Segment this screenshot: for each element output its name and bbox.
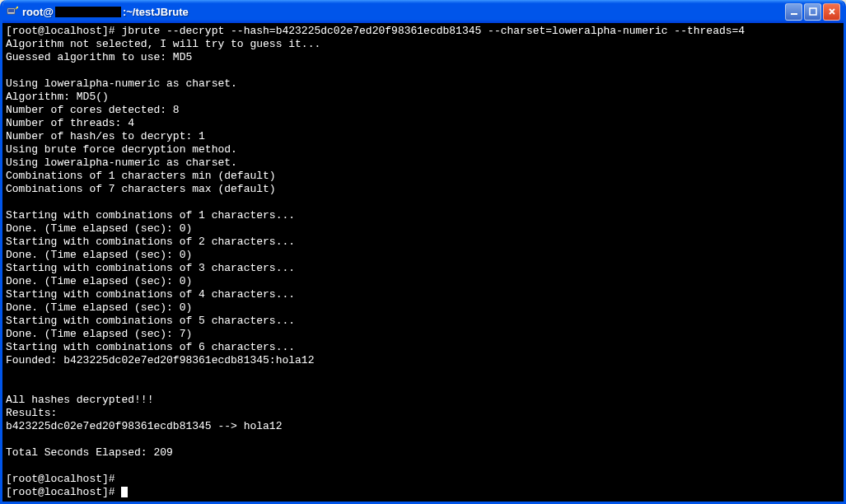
terminal-prompt: [root@localhost]# [6,486,840,499]
title-user: root@ [22,6,54,18]
svg-point-2 [16,7,18,8]
title-path: :~/testJBrute [123,6,189,18]
terminal-output-line: All hashes decrypted!!! [6,394,840,407]
terminal-output-line: Starting with combinations of 5 characte… [6,315,840,328]
terminal-output-line: Done. (Time elapsed (sec): 0) [6,301,840,315]
svg-rect-4 [810,8,816,15]
terminal-output-line: Number of hash/es to decrypt: 1 [6,130,840,143]
terminal-output-line: Combinations of 7 characters max (defaul… [6,183,840,196]
terminal-output-line: Algorithm not selected, I will try to gu… [6,38,840,51]
terminal-output-line [6,367,840,380]
svg-rect-3 [791,13,797,15]
terminal-output-line: Algorithm: MD5() [6,91,840,104]
terminal-output-line [6,433,840,446]
terminal-output-line [6,460,840,473]
terminal-output-line: Using brute force decryption method. [6,143,840,156]
terminal-output-line: Total Seconds Elapsed: 209 [6,446,840,460]
terminal-prompt: [root@localhost]# [6,473,840,486]
terminal-output-line: Done. (Time elapsed (sec): 0) [6,275,840,288]
terminal-output-line: Using loweralpha-numeric as charset. [6,77,840,91]
terminal-output-line: Starting with combinations of 6 characte… [6,341,840,354]
terminal-output-line: Done. (Time elapsed (sec): 0) [6,249,840,262]
terminal-output-line [6,196,840,209]
svg-rect-1 [8,9,14,12]
terminal-output-line: Using loweralpha-numeric as charset. [6,156,840,170]
ssh-window: root@ :~/testJBrute [root@localhost]# jb… [0,0,846,504]
terminal-output-line: Starting with combinations of 4 characte… [6,288,840,301]
terminal-output-line: Done. (Time elapsed (sec): 7) [6,328,840,341]
terminal-cursor [121,487,128,497]
terminal-output-line: Founded: b423225dc02e7ed20f98361ecdb8134… [6,354,840,367]
terminal-output-line: Starting with combinations of 1 characte… [6,209,840,222]
maximize-button[interactable] [804,3,821,21]
terminal-command-line: [root@localhost]# jbrute --decrypt --has… [6,25,840,38]
terminal-output-line: Done. (Time elapsed (sec): 0) [6,222,840,236]
minimize-button[interactable] [785,3,802,21]
terminal-output-line: Combinations of 1 characters min (defaul… [6,170,840,183]
terminal-output-line: b423225dc02e7ed20f98361ecdb81345 --> hol… [6,420,840,433]
window-controls [785,3,840,21]
terminal-output-line [6,64,840,77]
titlebar[interactable]: root@ :~/testJBrute [2,0,844,23]
terminal-output-line [6,380,840,394]
window-title: root@ :~/testJBrute [22,6,785,18]
close-button[interactable] [823,3,840,21]
terminal-output-line: Starting with combinations of 2 characte… [6,236,840,249]
terminal-output-line: Starting with combinations of 3 characte… [6,262,840,275]
terminal-output-line: Results: [6,407,840,420]
terminal-output-line: Number of cores detected: 8 [6,104,840,117]
putty-icon [6,5,19,18]
terminal-output-line: Number of threads: 4 [6,117,840,130]
terminal-output-line: Guessed algorithm to use: MD5 [6,51,840,64]
title-host-redacted [55,7,121,17]
terminal-area[interactable]: [root@localhost]# jbrute --decrypt --has… [2,23,844,502]
